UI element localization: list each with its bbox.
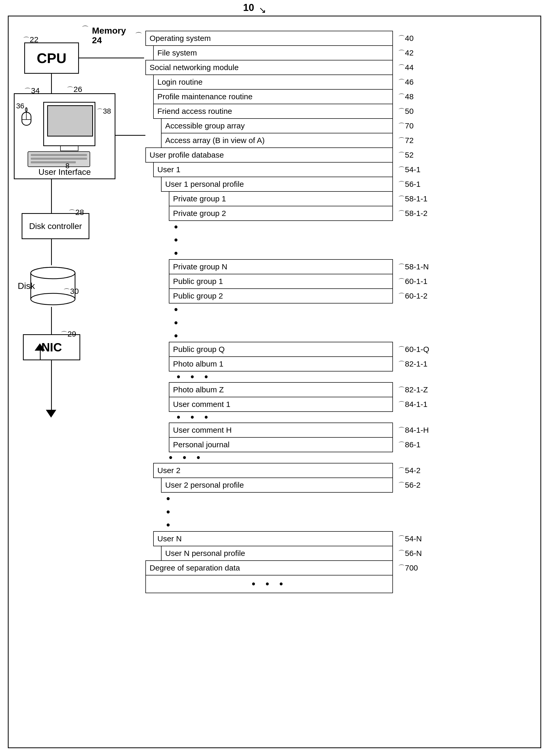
cell-hdots-comment: • • • [169, 411, 393, 423]
ref-user-n: ⌒54-N [393, 531, 422, 546]
ref-public-group-2: ⌒60-1-2 [393, 288, 428, 303]
row-personal-journal: Personal journal ⌒86-1 [145, 437, 510, 452]
ref-degree-separation: ⌒700 [393, 560, 418, 575]
ref-user-n-profile: ⌒56-N [393, 546, 422, 561]
row-private-group-n: Private group N ⌒58-1-N [145, 259, 510, 274]
row-accessible-group-array: Accessible group array ⌒70 [145, 118, 510, 133]
cell-user-profile-db: User profile database [145, 147, 393, 163]
cell-social-networking: Social networking module [145, 60, 393, 75]
cell-user2: User 2 [153, 463, 393, 478]
ref-user1-profile: ⌒56-1 [393, 177, 421, 192]
disk-shape [28, 265, 78, 308]
disk-to-nic-line [51, 307, 52, 334]
row-dots-private: • • • [145, 220, 510, 260]
cell-dots-user2: • • • [161, 492, 393, 531]
cell-accessible-group-array: Accessible group array [161, 118, 393, 133]
h-line-from-ui [115, 135, 145, 136]
cell-photo-album-z: Photo album Z [169, 382, 393, 397]
ref-public-group-q: ⌒60-1-Q [393, 342, 429, 357]
row-final-dots: • • • [145, 575, 510, 593]
figure-arrow: ↘ [259, 5, 266, 15]
monitor-box [43, 102, 95, 146]
row-user1-profile: User 1 personal profile ⌒56-1 [145, 177, 510, 192]
cell-profile-maintenance: Profile maintenance routine [153, 89, 393, 104]
ui-label: User Interface [39, 167, 91, 177]
nic-arrow-up-head [35, 343, 45, 351]
row-user1: User 1 ⌒54-1 [145, 162, 510, 177]
cell-private-group-1: Private group 1 [169, 191, 393, 206]
row-hdots-comment: • • • [145, 411, 510, 423]
disk-label: Disk [18, 281, 35, 291]
monitor-ref: ⌒38 [97, 107, 111, 116]
ui-ref-26: ⌒26 [67, 85, 82, 94]
row-public-group-2: Public group 2 ⌒60-1-2 [145, 288, 510, 303]
row-friend-access: Friend access routine ⌒50 [145, 104, 510, 119]
row-operating-system: Operating system ⌒40 [145, 31, 510, 46]
cpu-label: CPU [37, 50, 66, 66]
cell-final-dots: • • • [145, 575, 393, 593]
cell-dots-private: • • • [169, 220, 393, 260]
cpu-box: CPU [24, 42, 79, 74]
mouse-icon [19, 107, 34, 128]
figure-number: 10 [243, 2, 254, 13]
keyboard-box [28, 151, 90, 167]
memory-label: Memory [92, 26, 126, 36]
nic-arrow-down [51, 360, 52, 412]
cell-degree-separation: Degree of separation data [145, 560, 393, 575]
monitor-screen [47, 105, 93, 137]
row-login-routine: Login routine ⌒46 [145, 75, 510, 90]
cell-file-system: File system [153, 45, 393, 60]
cell-private-group-n: Private group N [169, 259, 393, 274]
cell-user-comment-1: User comment 1 [169, 397, 393, 412]
ref-accessible-group-array: ⌒70 [393, 118, 414, 133]
ref-private-group-n: ⌒58-1-N [393, 259, 429, 274]
ref-social-networking: ⌒44 [393, 60, 414, 75]
row-file-system: File system ⌒42 [145, 45, 510, 60]
disk-controller-label: Disk controller [29, 221, 82, 231]
ref-login-routine: ⌒46 [393, 75, 414, 90]
ref-user-comment-h: ⌒84-1-H [393, 423, 429, 438]
row-user-comment-1: User comment 1 ⌒84-1-1 [145, 397, 510, 412]
ui-box: ⌒26 36 ⌒38 8 [14, 93, 115, 179]
cell-user-comment-h: User comment H [169, 423, 393, 438]
svg-point-10 [31, 267, 75, 279]
row-user2: User 2 ⌒54-2 [145, 463, 510, 478]
memory-ref-arc: ⌒ [82, 24, 89, 34]
monitor-stand [60, 145, 78, 151]
memory-ref: 24 [92, 35, 102, 45]
cell-operating-system: Operating system [145, 31, 393, 46]
cell-user-n-profile: User N personal profile [161, 546, 393, 561]
ref-user1: ⌒54-1 [393, 162, 421, 177]
cell-public-group-q: Public group Q [169, 342, 393, 357]
row-user-n-profile: User N personal profile ⌒56-N [145, 546, 510, 561]
disk-ctrl-to-disk-line [51, 239, 52, 265]
ref-public-group-1: ⌒60-1-1 [393, 274, 428, 289]
cell-photo-album-1: Photo album 1 [169, 356, 393, 371]
row-public-group-q: Public group Q ⌒60-1-Q [145, 342, 510, 357]
ref-operating-system: ⌒40 [393, 31, 414, 46]
row-degree-separation: Degree of separation data ⌒700 [145, 560, 510, 575]
disk-ref: ⌒30 [63, 287, 79, 296]
cell-dots-public: • • • [169, 303, 393, 342]
row-profile-maintenance: Profile maintenance routine ⌒48 [145, 89, 510, 104]
row-photo-album-1: Photo album 1 ⌒82-1-1 [145, 356, 510, 371]
h-line-to-memory [79, 58, 144, 58]
disk-ctrl-ref: ⌒28 [69, 208, 84, 217]
cell-user2-profile: User 2 personal profile [161, 478, 393, 493]
cell-public-group-2: Public group 2 [169, 288, 393, 303]
ref-photo-album-z: ⌒82-1-Z [393, 382, 428, 397]
cell-user-n: User N [153, 531, 393, 546]
row-access-array: Access array (B in view of A) ⌒72 [145, 133, 510, 148]
cpu-ref: ⌒22 [23, 35, 38, 45]
cell-personal-journal: Personal journal [169, 437, 393, 452]
row-user2-profile: User 2 personal profile ⌒56-2 [145, 478, 510, 493]
ref-access-array: ⌒72 [393, 133, 414, 148]
ref-friend-access: ⌒50 [393, 104, 414, 119]
cell-user1: User 1 [153, 162, 393, 177]
cell-private-group-2: Private group 2 [169, 206, 393, 221]
ref-file-system: ⌒42 [393, 45, 414, 60]
row-user-profile-db: User profile database ⌒52 [145, 147, 510, 163]
row-photo-album-z: Photo album Z ⌒82-1-Z [145, 382, 510, 397]
ref-private-group-1: ⌒58-1-1 [393, 191, 428, 206]
cell-hdots-photo: • • • [169, 371, 393, 383]
